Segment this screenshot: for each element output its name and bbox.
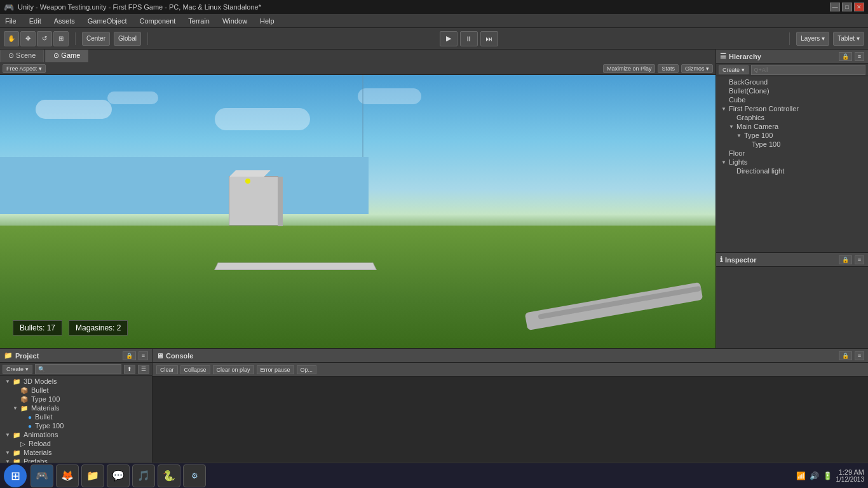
stats-btn[interactable]: Stats [658,64,679,73]
menu-file[interactable]: File [3,16,19,26]
project-bullet-mat[interactable]: ● Bullet [0,412,152,421]
console-collapse-btn[interactable]: Collapse [180,365,210,374]
taskbar-app-extra[interactable]: ⚙ [183,464,206,487]
hierarchy-search[interactable] [751,65,865,75]
project-menu[interactable]: ≡ [139,351,148,360]
console-options-btn[interactable]: Op... [297,365,317,374]
menu-bar: File Edit Assets GameObject Component Te… [0,14,868,28]
scale-tool[interactable]: ⊞ [53,31,69,46]
tree-item-background[interactable]: BackGround [716,78,868,86]
menu-component[interactable]: Component [137,16,178,26]
project-options[interactable]: ☰ [138,365,149,374]
console-menu[interactable]: ≡ [855,351,864,360]
project-create-btn[interactable]: Create ▾ [3,365,32,374]
pause-button[interactable]: ⏸ [460,31,478,46]
center-toggle[interactable]: Center [82,32,110,46]
cloud-1 [36,100,112,119]
inspector-panel: ℹ Inspector 🔒 ≡ [716,253,868,348]
move-tool[interactable]: ✥ [20,31,36,46]
project-reload-anim[interactable]: ▷ Reload [0,439,152,448]
minimize-button[interactable]: — [830,3,840,11]
cloud-4 [358,88,421,104]
inspector-header: ℹ Inspector 🔒 ≡ [716,253,868,267]
project-bullet-mesh[interactable]: 📦 Bullet [0,386,152,395]
project-icon: 📁 [4,351,13,360]
close-button[interactable]: ✕ [854,3,864,11]
console-clear-on-play-btn[interactable]: Clear on play [213,365,254,374]
center-label: Center [86,35,105,42]
taskbar-skype[interactable]: 💬 [107,464,130,487]
tree-item-cube[interactable]: Cube [716,95,868,104]
step-button[interactable]: ⏭ [480,31,498,46]
clock-display[interactable]: 1:29 AM 1/12/2013 [836,468,865,483]
taskbar-snake[interactable]: 🐍 [158,464,180,487]
hand-tool[interactable]: ✋ [4,31,19,46]
project-type100-mesh[interactable]: 📦 Type 100 [0,395,152,403]
taskbar-folder[interactable]: 📁 [81,464,104,487]
play-button[interactable]: ▶ [440,31,458,46]
rotate-tool[interactable]: ↺ [37,31,52,46]
console-header: 🖥 Console 🔒 ≡ [153,349,868,363]
hierarchy-lock[interactable]: 🔒 [839,52,852,61]
project-animations[interactable]: ▼ 📁 Animations [0,430,152,439]
scene-game-tabs: ⊙ Scene ⊙ Game [0,50,715,62]
taskbar-unity[interactable]: 🎮 [31,464,53,487]
inspector-lock[interactable]: 🔒 [839,255,852,264]
hierarchy-menu[interactable]: ≡ [855,52,864,61]
menu-terrain[interactable]: Terrain [186,16,212,26]
game-tab[interactable]: ⊙ Game [45,50,88,62]
project-filter[interactable]: ⬆ [124,365,135,374]
title-bar-title: Unity - Weapon Testing.unity - First FPS… [18,3,830,11]
project-3dmodels[interactable]: ▼ 📁 3D Models [0,377,152,386]
project-materials-top[interactable]: ▼ 📁 Materials [0,448,152,457]
tree-item-main-camera[interactable]: ▼ Main Camera [716,122,868,131]
menu-gameobject[interactable]: GameObject [85,16,130,26]
inspector-menu[interactable]: ≡ [855,255,864,264]
start-button[interactable]: ⊞ [4,464,27,487]
console-lock[interactable]: 🔒 [839,351,852,360]
aspect-dropdown[interactable]: Free Aspect ▾ [3,64,46,73]
gizmos-btn[interactable]: Gizmos ▾ [681,64,713,73]
layers-label: Layers [801,35,820,42]
separator-3 [789,32,790,45]
game-canvas: Bullets: 17 Magasines: 2 [0,75,715,348]
tree-item-type100-1[interactable]: ▼ Type 100 [716,131,868,140]
console-error-pause-btn[interactable]: Error pause [257,365,294,374]
magasines-display: Magasines: 2 [69,320,128,336]
menu-edit[interactable]: Edit [27,16,44,26]
title-bar-icon: 🎮 [4,3,14,12]
tree-item-floor[interactable]: Floor [716,149,868,158]
project-type100-mat[interactable]: ● Type 100 [0,421,152,430]
menu-help[interactable]: Help [257,16,277,26]
game-tab-label: Game [61,51,80,59]
taskbar-firefox[interactable]: 🦊 [56,464,79,487]
tree-item-fps-controller[interactable]: ▼ First Person Controller [716,104,868,113]
menu-assets[interactable]: Assets [51,16,78,26]
maximize-button[interactable]: □ [842,3,852,11]
menu-window[interactable]: Window [220,16,250,26]
tree-item-type100-2[interactable]: Type 100 [716,140,868,149]
maximize-on-play-btn[interactable]: Maximize on Play [603,64,656,73]
scene-tab[interactable]: ⊙ Scene [0,50,44,62]
clock-date: 1/12/2013 [836,476,865,483]
top-section: ⊙ Scene ⊙ Game Free Aspect ▾ Maximize on… [0,50,868,348]
tree-item-lights[interactable]: ▼ Lights [716,158,868,166]
console-clear-btn[interactable]: Clear [156,365,178,374]
inspector-icon: ℹ [720,255,722,264]
project-materials-3d[interactable]: ▼ 📁 Materials [0,403,152,412]
hierarchy-create-btn[interactable]: Create ▾ [719,65,749,74]
project-search[interactable] [35,364,121,374]
taskbar-spotify[interactable]: 🎵 [132,464,155,487]
layers-dropdown[interactable]: Layers ▾ [796,32,829,46]
tree-item-directional-light[interactable]: Directional light [716,166,868,175]
inspector-actions: 🔒 ≡ [839,255,864,264]
global-toggle[interactable]: Global [114,32,141,46]
game-viewport[interactable]: Bullets: 17 Magasines: 2 [0,75,715,348]
tree-item-graphics[interactable]: Graphics [716,113,868,122]
tree-item-bullet-clone[interactable]: Bullet(Clone) [716,86,868,95]
playback-controls: ▶ ⏸ ⏭ [154,31,783,46]
project-lock[interactable]: 🔒 [123,351,136,360]
layout-dropdown[interactable]: Tablet ▾ [833,32,864,46]
sys-icon-volume: 🔊 [810,471,819,480]
hierarchy-tree: BackGround Bullet(Clone) Cube ▼ [716,76,868,252]
